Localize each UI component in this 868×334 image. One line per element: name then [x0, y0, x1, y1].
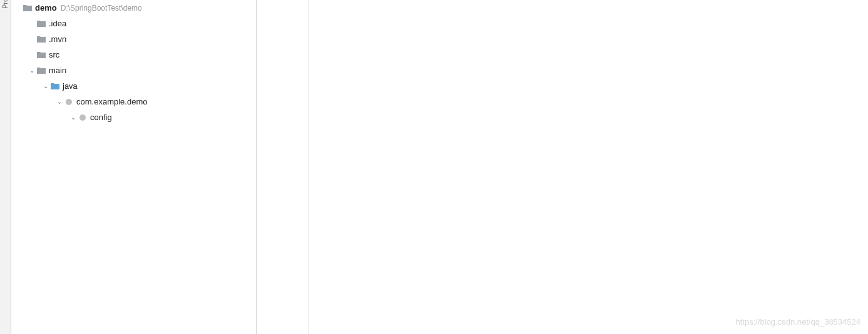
tree-label: demo [35, 3, 57, 13]
svg-point-0 [66, 99, 72, 105]
folder-icon [36, 66, 46, 76]
tree-node-main[interactable]: ⌄main [11, 63, 256, 78]
tree-label: com.example.demo [76, 97, 147, 106]
indent-guide [308, 0, 309, 334]
tree-path: D:\SpringBootTest\demo [61, 4, 142, 13]
svg-point-1 [79, 114, 86, 121]
editor-gutter [257, 0, 308, 334]
editor-code-area[interactable] [308, 0, 868, 334]
chevron-down-icon[interactable]: ⌄ [28, 66, 36, 75]
folder-icon [36, 34, 46, 44]
chevron-down-icon[interactable]: ⌄ [69, 113, 78, 122]
tree-label: src [49, 50, 59, 59]
chevron-down-icon[interactable]: ⌄ [41, 82, 50, 91]
code-editor[interactable]: https://blog.csdn.net/qq_38534524 [257, 0, 868, 334]
pkg-icon [64, 97, 74, 107]
folder-icon [36, 50, 46, 60]
folder-icon [36, 19, 46, 29]
tree-label: java [63, 81, 78, 91]
tree-node-pkg[interactable]: ⌄com.example.demo [11, 94, 256, 109]
chevron-none-icon [14, 4, 23, 13]
pkg-icon [78, 113, 88, 123]
chevron-none-icon [28, 35, 36, 44]
tree-node-idea[interactable]: .idea [11, 16, 256, 31]
project-tree-panel[interactable]: demoD:\SpringBootTest\demo.idea.mvnsrc⌄m… [11, 0, 257, 334]
chevron-none-icon [28, 51, 36, 59]
folder-icon [23, 3, 33, 13]
left-tool-tab[interactable]: Pro [0, 0, 11, 334]
folder-src-icon [50, 81, 60, 91]
tree-label: .idea [49, 19, 66, 28]
chevron-none-icon [28, 19, 36, 28]
tree-node-root[interactable]: demoD:\SpringBootTest\demo [11, 0, 256, 16]
tree-node-config[interactable]: ⌄config [11, 109, 256, 125]
tree-label: .mvn [49, 34, 66, 44]
tree-node-src[interactable]: src [11, 47, 256, 63]
left-tab-label: Pro [1, 0, 9, 9]
tree-label: config [90, 113, 112, 122]
tree-node-mvn[interactable]: .mvn [11, 31, 256, 47]
watermark-text: https://blog.csdn.net/qq_38534524 [736, 314, 861, 330]
chevron-down-icon[interactable]: ⌄ [55, 98, 64, 106]
tree-label: main [49, 66, 66, 75]
tree-node-java[interactable]: ⌄java [11, 78, 256, 94]
